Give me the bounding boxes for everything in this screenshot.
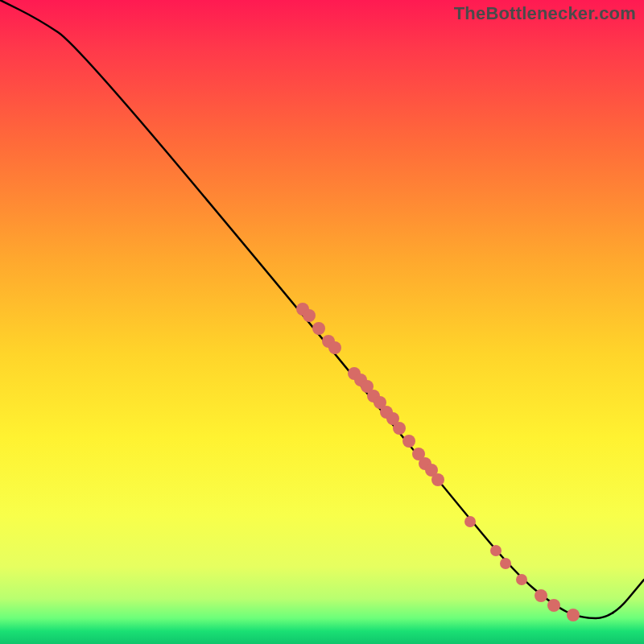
chart-data-point	[490, 545, 502, 556]
chart-data-point	[547, 599, 560, 612]
chart-data-point	[312, 322, 325, 335]
chart-svg	[0, 0, 644, 644]
chart-data-point	[567, 609, 580, 621]
chart-data-point	[328, 341, 341, 354]
chart-curve	[0, 0, 644, 618]
chart-data-point	[303, 309, 316, 322]
chart-data-point	[535, 589, 547, 602]
chart-data-point	[516, 574, 527, 585]
chart-data-point	[393, 422, 406, 435]
chart-data-point	[402, 435, 415, 448]
chart-data-point	[431, 473, 444, 486]
chart-data-point	[500, 558, 511, 569]
attribution-label: TheBottlenecker.com	[454, 3, 636, 24]
bottleneck-chart: TheBottlenecker.com	[0, 0, 644, 644]
chart-marker-layer	[296, 303, 580, 621]
chart-data-point	[464, 516, 476, 527]
